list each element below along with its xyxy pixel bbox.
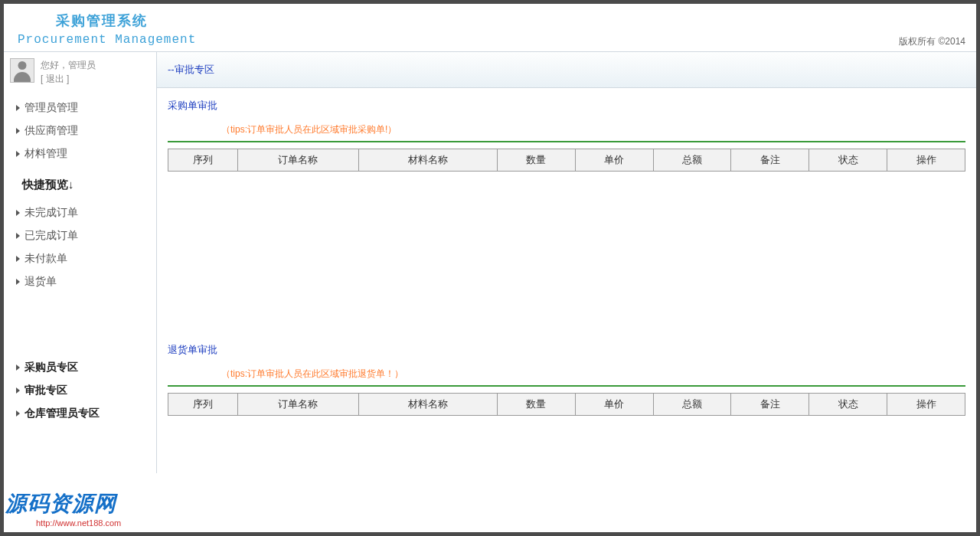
caret-right-icon	[16, 387, 20, 394]
table-header: 操作	[887, 149, 965, 172]
section-hint: （tips:订单审批人员在此区域审批退货单！）	[168, 368, 965, 381]
copyright: 版权所有 ©2014	[899, 35, 965, 48]
sidebar-item-label: 未付款单	[24, 252, 67, 266]
sidebar-item[interactable]: 退货单	[16, 270, 156, 293]
user-box: 您好，管理员 [ 退出 ]	[4, 52, 156, 92]
sidebar-item-label: 仓库管理员专区	[24, 407, 100, 420]
section-title: 退货单审批	[168, 343, 965, 357]
sidebar-item[interactable]: 供应商管理	[16, 119, 156, 142]
caret-right-icon	[16, 233, 20, 239]
table-header: 总额	[653, 394, 731, 416]
table-header: 单价	[575, 149, 653, 172]
nav-group-zones: 采购员专区审批专区仓库管理员专区	[4, 351, 156, 430]
table-header: 操作	[887, 394, 965, 416]
sidebar-item-label: 审批专区	[24, 384, 67, 397]
section-return-approval: 退货单审批 （tips:订单审批人员在此区域审批退货单！） 序列订单名称材料名称…	[157, 332, 976, 416]
sidebar-item-label: 采购员专区	[24, 361, 78, 374]
sidebar-item[interactable]: 审批专区	[16, 379, 156, 402]
section-purchase-approval: 采购单审批 （tips:订单审批人员在此区域审批采购单!） 序列订单名称材料名称…	[157, 88, 976, 172]
sidebar-item[interactable]: 未完成订单	[16, 201, 156, 224]
table-header: 订单名称	[237, 394, 358, 416]
app-header: 采购管理系统 Procurement Management 版权所有 ©2014	[4, 4, 976, 52]
main-panel: --审批专区 采购单审批 （tips:订单审批人员在此区域审批采购单!） 序列订…	[157, 52, 976, 473]
caret-right-icon	[16, 151, 20, 157]
table-header: 单价	[575, 394, 653, 416]
sidebar-item-label: 供应商管理	[24, 124, 78, 138]
table-header: 总额	[653, 149, 731, 172]
sidebar-item-label: 材料管理	[24, 147, 67, 161]
watermark: 源码资源网 http://www.net188.com	[5, 489, 121, 528]
table-header: 数量	[497, 394, 575, 416]
section-hint: （tips:订单审批人员在此区域审批采购单!）	[168, 123, 965, 136]
table-header: 订单名称	[237, 149, 358, 172]
table-header: 备注	[731, 149, 809, 172]
sidebar-item[interactable]: 未付款单	[16, 247, 156, 270]
sidebar-item-label: 已完成订单	[24, 229, 78, 243]
caret-right-icon	[16, 256, 20, 262]
caret-right-icon	[16, 279, 20, 285]
table-header: 数量	[497, 149, 575, 172]
caret-right-icon	[16, 128, 20, 134]
table-header: 序列	[168, 394, 238, 416]
caret-right-icon	[16, 364, 20, 371]
section-title: 采购单审批	[168, 99, 965, 113]
purchase-approval-table: 序列订单名称材料名称数量单价总额备注状态操作	[168, 149, 965, 172]
sidebar: 您好，管理员 [ 退出 ] 管理员管理供应商管理材料管理 快捷预览↓ 未完成订单…	[4, 52, 157, 473]
caret-right-icon	[16, 105, 20, 111]
table-header: 序列	[168, 149, 238, 172]
table-header: 状态	[809, 149, 887, 172]
sidebar-item[interactable]: 采购员专区	[16, 356, 156, 379]
panel-title: --审批专区	[157, 52, 976, 88]
table-header: 材料名称	[358, 394, 497, 416]
sidebar-item-label: 管理员管理	[24, 101, 78, 115]
sidebar-item-label: 未完成订单	[24, 206, 78, 220]
app-subtitle: Procurement Management	[18, 33, 976, 47]
sidebar-item-label: 退货单	[24, 275, 57, 289]
table-header: 状态	[809, 394, 887, 416]
return-approval-table: 序列订单名称材料名称数量单价总额备注状态操作	[168, 393, 965, 416]
avatar-icon	[10, 58, 34, 83]
watermark-url: http://www.net188.com	[5, 518, 121, 528]
quick-preview-label: 快捷预览↓	[4, 170, 156, 197]
sidebar-item[interactable]: 已完成订单	[16, 224, 156, 247]
app-title: 采购管理系统	[18, 11, 976, 30]
logout-link[interactable]: [ 退出 ]	[41, 72, 96, 86]
caret-right-icon	[16, 210, 20, 216]
sidebar-item[interactable]: 材料管理	[16, 142, 156, 165]
table-header: 备注	[731, 394, 809, 416]
watermark-text: 源码资源网	[5, 489, 121, 518]
user-greeting: 您好，管理员	[41, 58, 96, 72]
sidebar-item[interactable]: 仓库管理员专区	[16, 402, 156, 425]
nav-group-quick: 未完成订单已完成订单未付款单退货单	[4, 197, 156, 298]
sidebar-item[interactable]: 管理员管理	[16, 96, 156, 119]
nav-group-admin: 管理员管理供应商管理材料管理	[4, 92, 156, 170]
table-header: 材料名称	[358, 149, 497, 172]
caret-right-icon	[16, 410, 20, 417]
